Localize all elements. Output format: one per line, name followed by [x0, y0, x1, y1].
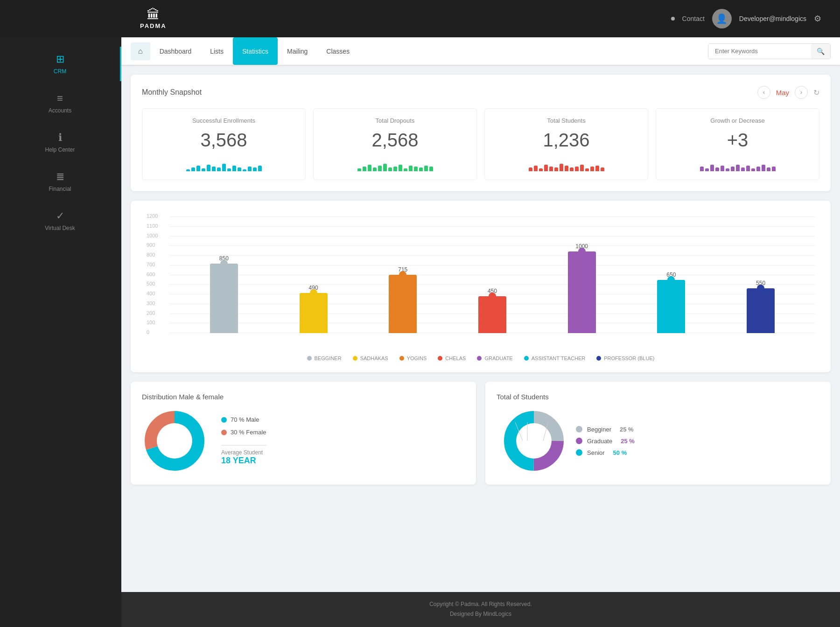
mini-bar: [227, 168, 231, 171]
month-label: May: [776, 89, 789, 97]
mini-bar: [202, 168, 205, 171]
mini-bar: [560, 164, 563, 171]
logo-area: 🏛 PADMA: [140, 8, 167, 29]
bar-chart-area: 1200110010009008007006005004003002001000…: [142, 212, 819, 352]
bar-group: 550: [747, 280, 775, 333]
mini-bars-students: [493, 157, 639, 171]
stat-card-growth: Growth or Decrease +3: [656, 108, 819, 180]
financial-icon: ≣: [56, 171, 64, 183]
stat-card-title: Growth or Decrease: [665, 117, 811, 124]
bar-pin: [220, 260, 228, 267]
mini-bar: [373, 167, 377, 171]
nav-bar: ⌂ Dashboard Lists Statistics Mailing Cla…: [121, 37, 840, 65]
settings-icon[interactable]: ⚙: [814, 14, 821, 24]
legend-dot: [438, 356, 442, 361]
bars-area: 8504907154501000650550: [170, 216, 815, 333]
logo-icon: 🏛: [147, 8, 160, 21]
legend-label: PROFESSOR (BLUE): [604, 355, 654, 361]
mini-bar: [196, 166, 200, 171]
bar-rect: [300, 293, 328, 333]
footer: Copyright © Padma. All Rights Reserved. …: [121, 592, 840, 627]
mini-bar: [207, 165, 210, 171]
mini-bar: [378, 166, 382, 171]
bar-pin: [667, 276, 675, 284]
stat-card-enrollments: Successful Enrollments 3,568: [142, 108, 306, 180]
legend-label: CHELAS: [445, 355, 466, 361]
contact-dot: [671, 17, 675, 21]
prev-month-button[interactable]: ‹: [757, 86, 770, 99]
search-button[interactable]: 🔍: [811, 44, 830, 59]
sidebar-item-virtual-desk[interactable]: ✓ Virtual Desk: [0, 203, 121, 238]
grid-label: 900: [147, 242, 155, 248]
sidebar-item-accounts[interactable]: ≡ Accounts: [0, 86, 121, 120]
mini-bar: [585, 168, 589, 171]
sidebar-item-label: Help Center: [45, 146, 75, 153]
beginner-pct: 25 %: [620, 426, 634, 433]
donut-wrapper: [142, 408, 207, 474]
legend-dot: [353, 356, 357, 361]
grid-label: 200: [147, 310, 155, 316]
stat-card-value: 1,236: [493, 130, 639, 151]
grid-label: 1100: [147, 223, 158, 229]
grid-label: 100: [147, 320, 155, 325]
chart-legend: BEGGINERSADHAKASYOGINSCHELASGRADUATEASSI…: [142, 355, 819, 361]
home-button[interactable]: ⌂: [131, 42, 150, 60]
nav-dashboard[interactable]: Dashboard: [150, 37, 201, 65]
legend-label: SADHAKAS: [360, 355, 388, 361]
nav-statistics[interactable]: Statistics: [233, 37, 278, 65]
mini-bar: [399, 165, 402, 171]
crm-icon: ⊞: [56, 53, 64, 65]
legend-item-female: 30 % Female: [221, 429, 266, 436]
mini-bar: [570, 167, 574, 171]
legend-label: YOGINS: [407, 355, 427, 361]
refresh-icon[interactable]: ↻: [813, 88, 819, 97]
mini-bar: [429, 167, 433, 171]
mini-bar: [751, 168, 755, 171]
legend-item: PROFESSOR (BLUE): [596, 355, 654, 361]
content-area: ⌂ Dashboard Lists Statistics Mailing Cla…: [121, 37, 840, 627]
next-month-button[interactable]: ›: [795, 86, 808, 99]
bar-pin: [578, 248, 586, 255]
mini-bar: [710, 165, 714, 171]
mini-bar: [248, 167, 252, 171]
contact-label[interactable]: Contact: [682, 15, 705, 22]
grid-label: 800: [147, 252, 155, 258]
grid-label: 400: [147, 291, 155, 296]
male-label: 70 % Male: [231, 416, 259, 423]
mini-bar: [534, 166, 538, 171]
stat-card-value: 3,568: [151, 130, 297, 151]
bar-pin: [757, 285, 764, 292]
mini-bar: [705, 168, 709, 171]
mini-bar: [424, 166, 428, 171]
sidebar-item-financial[interactable]: ≣ Financial: [0, 164, 121, 199]
legend-label: GRADUATE: [484, 355, 512, 361]
mini-bars-enrollments: [151, 157, 297, 171]
monthly-title: Monthly Snapshot: [142, 88, 202, 97]
mini-bar: [580, 165, 584, 171]
mini-bar: [590, 167, 594, 171]
graduate-dot: [576, 438, 582, 444]
mini-bar: [549, 167, 553, 171]
sidebar: ⊞ CRM ≡ Accounts ℹ Help Center ≣ Financi…: [0, 37, 121, 627]
mini-bar: [595, 166, 599, 171]
nav-lists[interactable]: Lists: [201, 37, 233, 65]
mini-bar: [539, 168, 543, 171]
sidebar-item-help[interactable]: ℹ Help Center: [0, 125, 121, 160]
search-input[interactable]: [708, 44, 811, 58]
beginner-label: Begginer: [587, 426, 611, 433]
grid-label: 700: [147, 262, 155, 267]
nav-classes[interactable]: Classes: [317, 37, 359, 65]
avg-value: 18 YEAR: [221, 456, 266, 466]
beginner-dot: [576, 426, 582, 432]
donut-legend: 70 % Male 30 % Female Average Student 18…: [221, 416, 266, 466]
nav-mailing[interactable]: Mailing: [278, 37, 317, 65]
grid-label: 600: [147, 272, 155, 277]
month-nav: ‹ May › ↻: [757, 86, 819, 99]
bar-group: 850: [210, 255, 238, 333]
grid-label: 500: [147, 281, 155, 286]
legend-dot: [524, 356, 529, 361]
donut-section: 70 % Male 30 % Female Average Student 18…: [142, 408, 465, 474]
sidebar-item-crm[interactable]: ⊞ CRM: [0, 47, 121, 81]
bar-pin: [310, 289, 317, 297]
mini-bar: [601, 167, 604, 171]
